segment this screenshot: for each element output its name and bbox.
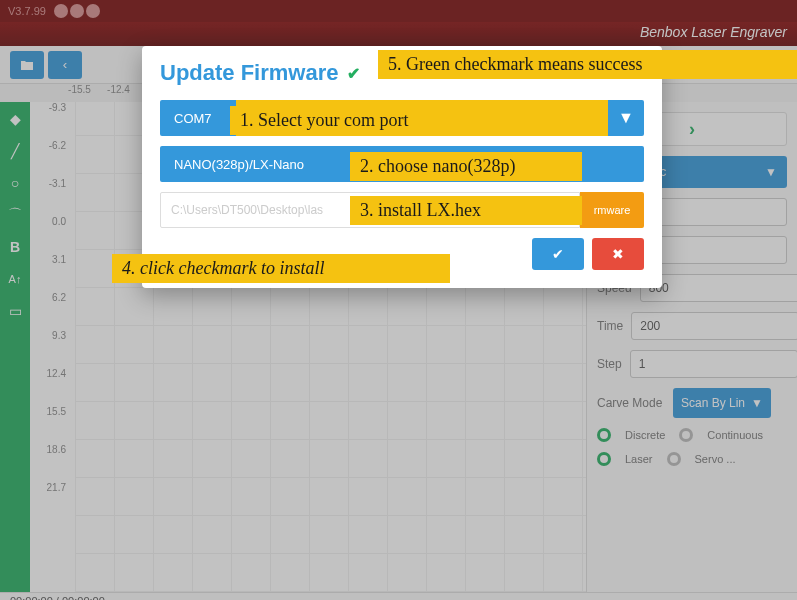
annotation-2: 2. choose nano(328p) <box>350 152 582 181</box>
cancel-button[interactable]: ✖ <box>592 238 644 270</box>
annotation-4: 4. click checkmark to install <box>112 254 450 283</box>
annotation-1: 1. Select your com port <box>230 106 570 135</box>
checkmark-icon: ✔ <box>347 64 360 83</box>
annotation-3: 3. install LX.hex <box>350 196 582 225</box>
annotation-5: 5. Green checkmark means success <box>378 50 797 79</box>
confirm-button[interactable]: ✔ <box>532 238 584 270</box>
chevron-down-icon: ▼ <box>608 100 644 136</box>
firmware-button[interactable]: rmware <box>580 192 644 228</box>
